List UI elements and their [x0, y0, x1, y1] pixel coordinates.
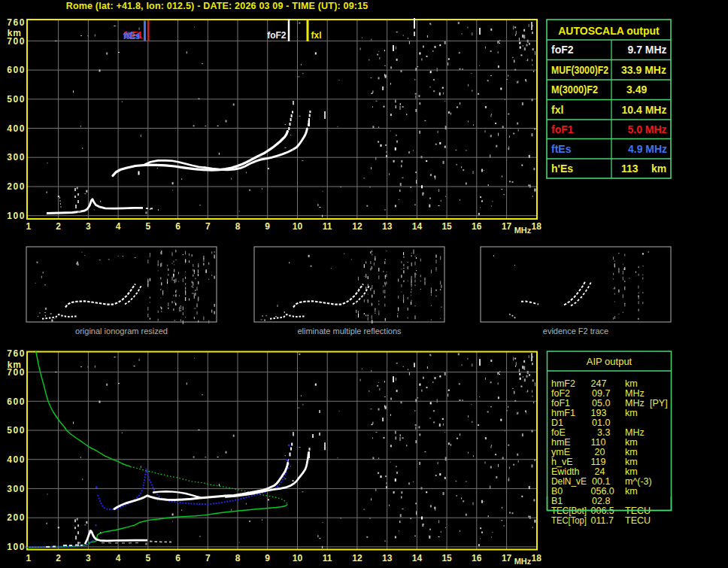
svg-text:evidence F2 trace: evidence F2 trace	[543, 327, 608, 336]
svg-text:119: 119	[591, 457, 606, 467]
svg-text:1: 1	[26, 553, 32, 563]
svg-text:10: 10	[293, 553, 303, 563]
svg-text:km: km	[625, 466, 638, 477]
svg-text:MHz: MHz	[625, 388, 645, 399]
svg-text:5.0 MHz: 5.0 MHz	[628, 123, 667, 135]
svg-text:600: 600	[7, 65, 26, 75]
svg-text:hmF2: hmF2	[551, 378, 575, 389]
svg-text:9: 9	[265, 221, 270, 232]
svg-text:km: km	[625, 447, 638, 457]
svg-text:01.0: 01.0	[592, 418, 610, 428]
svg-text:km: km	[651, 163, 666, 175]
svg-text:fxl: fxl	[551, 104, 563, 116]
svg-text:4: 4	[116, 221, 121, 232]
svg-text:km: km	[625, 408, 638, 418]
svg-text:km: km	[625, 457, 638, 467]
svg-text:5: 5	[145, 221, 150, 232]
svg-text:056.0: 056.0	[591, 486, 614, 497]
svg-text:foF2: foF2	[551, 388, 570, 399]
svg-text:MHz: MHz	[514, 226, 532, 235]
svg-text:7: 7	[205, 221, 211, 232]
svg-text:[PY]: [PY]	[650, 398, 668, 409]
svg-text:MUF(3000)F2: MUF(3000)F2	[551, 64, 608, 76]
svg-text:16: 16	[472, 553, 482, 563]
svg-text:foE: foE	[551, 427, 566, 438]
svg-text:km: km	[625, 378, 638, 389]
svg-text:3: 3	[86, 553, 91, 563]
svg-text:16: 16	[472, 221, 482, 232]
svg-text:18: 18	[532, 221, 542, 232]
svg-text:3.3: 3.3	[597, 427, 610, 438]
svg-text:Ewidth: Ewidth	[551, 466, 580, 477]
svg-text:4.9 MHz: 4.9 MHz	[628, 143, 667, 155]
svg-text:760: 760	[7, 348, 26, 359]
svg-text:18: 18	[532, 553, 542, 563]
svg-text:2: 2	[56, 221, 61, 232]
svg-text:hmE: hmE	[551, 437, 571, 448]
svg-text:2: 2	[56, 553, 61, 563]
svg-text:100: 100	[7, 211, 26, 221]
svg-text:14: 14	[412, 221, 423, 232]
svg-text:foF1: foF1	[551, 123, 574, 135]
svg-text:km: km	[625, 486, 638, 497]
svg-text:15: 15	[441, 553, 452, 563]
svg-text:ftEs: ftEs	[551, 143, 572, 155]
svg-text:km: km	[625, 437, 638, 448]
svg-text:8: 8	[235, 221, 241, 232]
svg-text:09.7: 09.7	[592, 388, 610, 399]
svg-text:17: 17	[502, 553, 512, 563]
svg-text:400: 400	[7, 454, 26, 465]
svg-text:02.8: 02.8	[592, 496, 610, 506]
svg-text:original ionogram resized: original ionogram resized	[75, 327, 168, 336]
svg-text:193: 193	[591, 408, 607, 418]
svg-text:TEC[Top]: TEC[Top]	[551, 515, 587, 526]
svg-text:MHz: MHz	[625, 398, 645, 409]
svg-text:17: 17	[502, 221, 512, 232]
svg-text:113: 113	[621, 163, 639, 175]
svg-text:7: 7	[205, 553, 211, 563]
svg-text:300: 300	[7, 152, 26, 163]
svg-text:km: km	[8, 28, 22, 38]
svg-text:km: km	[8, 360, 22, 370]
svg-text:1: 1	[26, 221, 32, 232]
svg-text:6: 6	[175, 221, 180, 232]
svg-text:200: 200	[7, 181, 26, 192]
svg-text:h'Es: h'Es	[551, 163, 573, 175]
svg-text:9.7 MHz: 9.7 MHz	[628, 44, 667, 56]
svg-text:500: 500	[7, 94, 26, 105]
svg-text:9: 9	[265, 553, 270, 563]
svg-text:10: 10	[293, 221, 303, 232]
svg-text:eliminate multiple reflections: eliminate multiple reflections	[297, 327, 402, 336]
svg-text:11: 11	[323, 553, 332, 563]
svg-text:AIP output: AIP output	[587, 356, 632, 367]
svg-text:011.7: 011.7	[591, 515, 614, 526]
svg-text:8: 8	[235, 553, 241, 563]
svg-text:600: 600	[7, 396, 26, 407]
svg-text:AUTOSCALA output: AUTOSCALA output	[558, 25, 660, 37]
svg-text:B0: B0	[551, 486, 563, 497]
svg-text:760: 760	[7, 17, 26, 28]
svg-text:12: 12	[352, 553, 362, 563]
svg-text:12: 12	[352, 221, 362, 232]
svg-text:foF2: foF2	[551, 44, 574, 56]
svg-text:foF2: foF2	[267, 30, 287, 41]
svg-text:100: 100	[7, 542, 26, 552]
svg-text:6: 6	[175, 553, 180, 563]
svg-text:00.1: 00.1	[592, 476, 610, 487]
svg-text:DelN_vE: DelN_vE	[551, 476, 587, 487]
svg-text:MHz: MHz	[514, 557, 532, 566]
svg-text:foF1: foF1	[551, 398, 570, 409]
svg-text:24: 24	[595, 466, 605, 477]
svg-text:400: 400	[7, 123, 26, 134]
svg-text:D1: D1	[551, 418, 563, 428]
svg-text:247: 247	[591, 378, 607, 389]
svg-text:13: 13	[382, 221, 393, 232]
svg-text:110: 110	[591, 437, 606, 448]
svg-text:ftEs: ftEs	[123, 31, 141, 41]
svg-text:20: 20	[595, 447, 605, 457]
svg-text:MHz: MHz	[625, 427, 645, 438]
svg-text:hmF1: hmF1	[551, 408, 575, 418]
svg-text:15: 15	[441, 221, 452, 232]
svg-text:11: 11	[323, 221, 332, 232]
svg-text:33.9 MHz: 33.9 MHz	[621, 64, 666, 76]
